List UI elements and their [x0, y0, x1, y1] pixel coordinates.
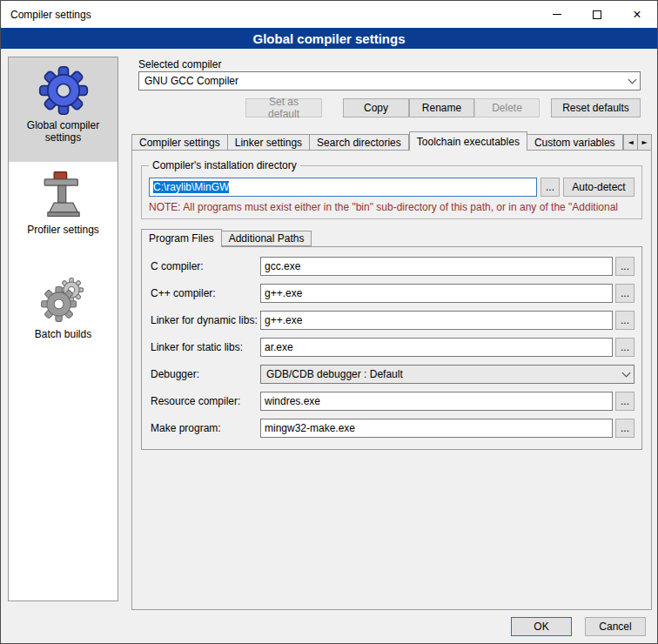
compiler-settings-dialog: Compiler settings × Global compiler sett…	[0, 0, 658, 644]
batch-builds-gears-icon	[38, 274, 89, 325]
dynamic-linker-value: g++.exe	[265, 314, 302, 326]
resource-compiler-browse-button[interactable]: ...	[615, 392, 634, 411]
toolchain-executables-panel: Compiler's installation directory C:\ray…	[131, 150, 652, 610]
window-controls: ×	[537, 1, 657, 28]
blue-gear-icon	[38, 65, 89, 116]
installation-directory-group-title: Compiler's installation directory	[149, 159, 300, 171]
cpp-compiler-label: C++ compiler:	[151, 287, 260, 299]
make-program-browse-button[interactable]: ...	[615, 419, 634, 438]
cpp-compiler-browse-button[interactable]: ...	[615, 284, 634, 303]
auto-detect-button[interactable]: Auto-detect	[563, 178, 634, 197]
tab-scroll-buttons: ◄ ►	[624, 134, 652, 151]
minimize-icon	[553, 14, 561, 15]
sidebar-item-batch-builds[interactable]: Batch builds	[9, 266, 118, 371]
close-button[interactable]: ×	[617, 1, 657, 28]
window-title: Compiler settings	[1, 9, 91, 21]
sidebar-item-label: Batch builds	[35, 328, 91, 340]
make-program-row: Make program: mingw32-make.exe ...	[151, 419, 634, 438]
cpp-compiler-row: C++ compiler: g++.exe ...	[151, 284, 634, 303]
sidebar-item-profiler-settings[interactable]: Profiler settings	[9, 162, 118, 266]
installation-directory-browse-button[interactable]: ...	[540, 178, 560, 197]
make-program-label: Make program:	[151, 422, 260, 434]
copy-button[interactable]: Copy	[343, 98, 409, 117]
arrow-left-icon: ◄	[628, 138, 633, 146]
ok-button[interactable]: OK	[511, 617, 572, 636]
resource-compiler-input[interactable]: windres.exe	[260, 392, 613, 411]
debugger-label: Debugger:	[151, 368, 260, 380]
sidebar-item-label: Profiler settings	[27, 224, 99, 236]
tab-toolchain-executables[interactable]: Toolchain executables	[409, 131, 527, 151]
titlebar: Compiler settings ×	[1, 1, 657, 28]
chevron-down-icon	[618, 366, 634, 383]
set-as-default-button: Set as default	[245, 98, 322, 117]
c-compiler-browse-button[interactable]: ...	[615, 257, 634, 276]
reset-defaults-button[interactable]: Reset defaults	[551, 98, 641, 117]
dynamic-linker-browse-button[interactable]: ...	[615, 311, 634, 330]
compiler-action-buttons: Set as default Copy Rename Delete Reset …	[138, 98, 641, 117]
debugger-select[interactable]: GDB/CDB debugger : Default	[260, 365, 634, 384]
tab-custom-variables[interactable]: Custom variables	[527, 134, 623, 151]
settings-tab-strip: Compiler settings Linker settings Search…	[131, 131, 652, 151]
installation-directory-group: Compiler's installation directory C:\ray…	[141, 159, 642, 219]
tab-compiler-settings[interactable]: Compiler settings	[131, 134, 228, 151]
rename-button[interactable]: Rename	[409, 98, 474, 117]
program-files-panel: C compiler: gcc.exe ... C++ compiler: g+…	[141, 246, 642, 450]
c-compiler-input[interactable]: gcc.exe	[260, 257, 613, 276]
resource-compiler-row: Resource compiler: windres.exe ...	[151, 392, 634, 411]
tab-linker-settings[interactable]: Linker settings	[228, 134, 310, 151]
dialog-header: Global compiler settings	[1, 28, 657, 49]
installation-directory-input[interactable]: C:\raylib\MinGW	[149, 178, 537, 197]
tab-program-files[interactable]: Program Files	[141, 229, 222, 247]
installation-directory-value: C:\raylib\MinGW	[153, 181, 229, 193]
compiler-select-value: GNU GCC Compiler	[144, 75, 238, 87]
installation-directory-row: C:\raylib\MinGW ... Auto-detect	[149, 178, 634, 197]
cancel-button[interactable]: Cancel	[585, 617, 646, 636]
maximize-button[interactable]	[577, 1, 617, 28]
sidebar-item-global-compiler-settings[interactable]: Global compiler settings	[9, 57, 118, 162]
tab-search-directories[interactable]: Search directories	[310, 134, 409, 151]
tab-scroll-right-button[interactable]: ►	[637, 134, 652, 151]
program-files-tab-strip: Program Files Additional Paths	[141, 228, 642, 246]
c-compiler-label: C compiler:	[151, 260, 260, 272]
make-program-value: mingw32-make.exe	[265, 422, 355, 434]
c-compiler-value: gcc.exe	[265, 260, 300, 272]
dynamic-linker-input[interactable]: g++.exe	[260, 311, 613, 330]
cpp-compiler-input[interactable]: g++.exe	[260, 284, 613, 303]
dialog-footer-buttons: OK Cancel	[511, 617, 646, 636]
static-linker-value: ar.exe	[265, 341, 293, 353]
make-program-input[interactable]: mingw32-make.exe	[260, 419, 613, 438]
maximize-icon	[593, 10, 601, 19]
profiler-icon	[38, 170, 89, 220]
minimize-button[interactable]	[537, 1, 577, 28]
resource-compiler-value: windres.exe	[265, 395, 320, 407]
tab-additional-paths[interactable]: Additional Paths	[222, 231, 312, 246]
static-linker-row: Linker for static libs: ar.exe ...	[151, 338, 634, 357]
resource-compiler-label: Resource compiler:	[151, 395, 260, 407]
settings-category-list: Global compiler settings Profiler settin…	[8, 57, 118, 601]
arrow-right-icon: ►	[641, 138, 647, 146]
static-linker-browse-button[interactable]: ...	[615, 338, 634, 357]
static-linker-input[interactable]: ar.exe	[260, 338, 613, 357]
installation-note-text: NOTE: All programs must exist either in …	[149, 201, 634, 213]
selected-compiler-label: Selected compiler	[138, 58, 221, 70]
tab-scroll-left-button[interactable]: ◄	[623, 134, 638, 151]
cpp-compiler-value: g++.exe	[265, 287, 302, 299]
dynamic-linker-label: Linker for dynamic libs:	[151, 314, 260, 326]
dialog-header-title: Global compiler settings	[252, 31, 405, 46]
sidebar-item-label: Global compiler settings	[15, 119, 112, 144]
debugger-row: Debugger: GDB/CDB debugger : Default	[151, 365, 634, 384]
static-linker-label: Linker for static libs:	[151, 341, 260, 353]
compiler-select[interactable]: GNU GCC Compiler	[138, 71, 641, 91]
dynamic-linker-row: Linker for dynamic libs: g++.exe ...	[151, 311, 634, 330]
close-icon: ×	[633, 8, 641, 22]
debugger-select-value: GDB/CDB debugger : Default	[266, 368, 403, 380]
chevron-down-icon	[624, 72, 640, 90]
delete-button: Delete	[474, 98, 540, 117]
c-compiler-row: C compiler: gcc.exe ...	[151, 257, 634, 276]
